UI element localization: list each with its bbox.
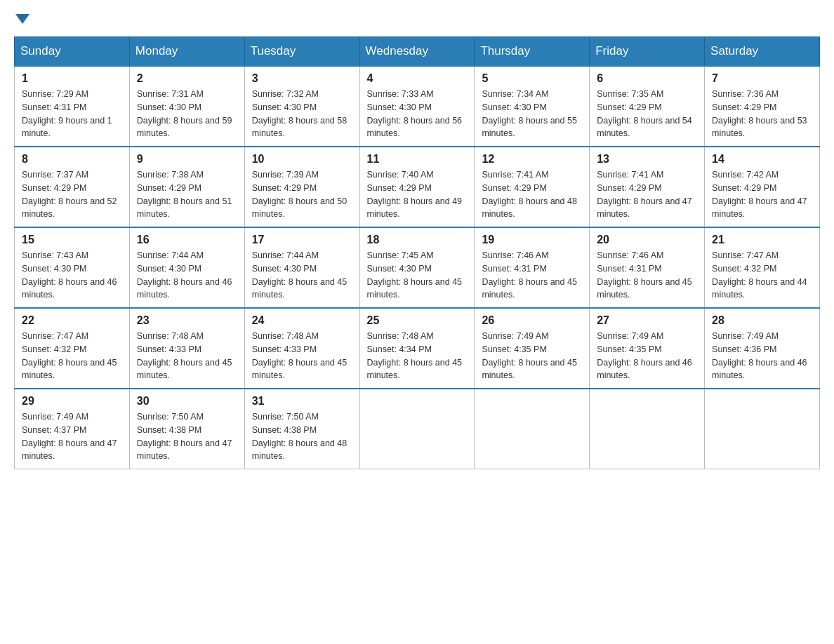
day-number: 18 bbox=[367, 234, 468, 246]
daylight-label: Daylight: 8 hours and 45 minutes. bbox=[137, 358, 232, 381]
day-info: Sunrise: 7:47 AM Sunset: 4:32 PM Dayligh… bbox=[22, 330, 122, 382]
sunrise-label: Sunrise: 7:48 AM bbox=[367, 331, 434, 341]
sunrise-label: Sunrise: 7:39 AM bbox=[252, 170, 319, 180]
sunrise-label: Sunrise: 7:49 AM bbox=[712, 331, 779, 341]
sunrise-label: Sunrise: 7:49 AM bbox=[597, 331, 663, 341]
day-info: Sunrise: 7:50 AM Sunset: 4:38 PM Dayligh… bbox=[252, 410, 352, 463]
sunset-label: Sunset: 4:30 PM bbox=[367, 264, 432, 274]
day-info: Sunrise: 7:40 AM Sunset: 4:29 PM Dayligh… bbox=[367, 168, 468, 221]
sunset-label: Sunset: 4:30 PM bbox=[22, 264, 86, 274]
column-header-tuesday: Tuesday bbox=[244, 37, 359, 67]
calendar-cell: 5 Sunrise: 7:34 AM Sunset: 4:30 PM Dayli… bbox=[475, 66, 590, 147]
day-number: 7 bbox=[712, 72, 812, 85]
sunrise-label: Sunrise: 7:44 AM bbox=[252, 250, 319, 260]
day-info: Sunrise: 7:36 AM Sunset: 4:29 PM Dayligh… bbox=[712, 88, 812, 140]
sunrise-label: Sunrise: 7:45 AM bbox=[367, 250, 434, 260]
sunrise-label: Sunrise: 7:35 AM bbox=[597, 89, 663, 99]
sunrise-label: Sunrise: 7:29 AM bbox=[22, 89, 88, 99]
day-info: Sunrise: 7:46 AM Sunset: 4:31 PM Dayligh… bbox=[597, 249, 697, 302]
calendar-cell: 25 Sunrise: 7:48 AM Sunset: 4:34 PM Dayl… bbox=[359, 308, 475, 389]
daylight-label: Daylight: 8 hours and 48 minutes. bbox=[252, 438, 348, 462]
day-info: Sunrise: 7:49 AM Sunset: 4:36 PM Dayligh… bbox=[712, 330, 812, 382]
day-info: Sunrise: 7:46 AM Sunset: 4:31 PM Dayligh… bbox=[482, 249, 582, 302]
day-number: 1 bbox=[22, 72, 122, 85]
sunrise-label: Sunrise: 7:50 AM bbox=[137, 412, 204, 422]
sunset-label: Sunset: 4:30 PM bbox=[252, 264, 317, 274]
day-number: 31 bbox=[252, 395, 352, 408]
daylight-label: Daylight: 8 hours and 45 minutes. bbox=[482, 358, 577, 381]
sunset-label: Sunset: 4:29 PM bbox=[712, 183, 776, 193]
calendar-cell: 20 Sunrise: 7:46 AM Sunset: 4:31 PM Dayl… bbox=[590, 227, 705, 308]
week-row-5: 29 Sunrise: 7:49 AM Sunset: 4:37 PM Dayl… bbox=[15, 389, 820, 469]
day-number: 26 bbox=[482, 314, 582, 327]
sunrise-label: Sunrise: 7:38 AM bbox=[137, 170, 204, 180]
daylight-label: Daylight: 8 hours and 46 minutes. bbox=[712, 358, 807, 381]
day-info: Sunrise: 7:49 AM Sunset: 4:35 PM Dayligh… bbox=[597, 330, 697, 382]
sunset-label: Sunset: 4:37 PM bbox=[22, 425, 86, 435]
day-number: 25 bbox=[367, 314, 468, 327]
sunset-label: Sunset: 4:36 PM bbox=[712, 344, 776, 354]
daylight-label: Daylight: 8 hours and 45 minutes. bbox=[367, 358, 463, 381]
calendar-cell bbox=[705, 389, 820, 469]
day-number: 2 bbox=[137, 72, 237, 85]
calendar-cell: 19 Sunrise: 7:46 AM Sunset: 4:31 PM Dayl… bbox=[475, 227, 590, 308]
sunrise-label: Sunrise: 7:44 AM bbox=[137, 250, 204, 260]
day-number: 6 bbox=[597, 72, 697, 85]
day-number: 27 bbox=[597, 314, 697, 327]
calendar-cell: 27 Sunrise: 7:49 AM Sunset: 4:35 PM Dayl… bbox=[590, 308, 705, 389]
sunset-label: Sunset: 4:38 PM bbox=[252, 425, 317, 435]
daylight-label: Daylight: 8 hours and 48 minutes. bbox=[482, 196, 577, 220]
daylight-label: Daylight: 8 hours and 47 minutes. bbox=[137, 438, 232, 462]
sunset-label: Sunset: 4:29 PM bbox=[252, 183, 317, 193]
sunrise-label: Sunrise: 7:40 AM bbox=[367, 170, 434, 180]
day-number: 12 bbox=[482, 153, 582, 166]
day-info: Sunrise: 7:48 AM Sunset: 4:33 PM Dayligh… bbox=[252, 330, 352, 382]
calendar-cell: 23 Sunrise: 7:48 AM Sunset: 4:33 PM Dayl… bbox=[129, 308, 244, 389]
daylight-label: Daylight: 8 hours and 47 minutes. bbox=[597, 196, 692, 220]
sunset-label: Sunset: 4:31 PM bbox=[22, 102, 86, 112]
day-info: Sunrise: 7:31 AM Sunset: 4:30 PM Dayligh… bbox=[137, 88, 237, 140]
sunrise-label: Sunrise: 7:47 AM bbox=[712, 250, 779, 260]
day-info: Sunrise: 7:41 AM Sunset: 4:29 PM Dayligh… bbox=[482, 168, 582, 221]
day-info: Sunrise: 7:48 AM Sunset: 4:33 PM Dayligh… bbox=[137, 330, 237, 382]
day-info: Sunrise: 7:49 AM Sunset: 4:37 PM Dayligh… bbox=[22, 410, 122, 463]
calendar-cell: 26 Sunrise: 7:49 AM Sunset: 4:35 PM Dayl… bbox=[475, 308, 590, 389]
column-header-wednesday: Wednesday bbox=[359, 37, 475, 67]
sunrise-label: Sunrise: 7:33 AM bbox=[367, 89, 434, 99]
day-number: 24 bbox=[252, 314, 352, 327]
daylight-label: Daylight: 8 hours and 46 minutes. bbox=[597, 358, 692, 381]
sunrise-label: Sunrise: 7:41 AM bbox=[597, 170, 663, 180]
sunset-label: Sunset: 4:29 PM bbox=[597, 183, 661, 193]
logo bbox=[14, 14, 31, 22]
day-number: 10 bbox=[252, 153, 352, 166]
daylight-label: Daylight: 9 hours and 1 minute. bbox=[22, 116, 112, 139]
sunset-label: Sunset: 4:32 PM bbox=[22, 344, 86, 354]
sunrise-label: Sunrise: 7:49 AM bbox=[22, 412, 88, 422]
daylight-label: Daylight: 8 hours and 45 minutes. bbox=[482, 277, 577, 300]
day-number: 21 bbox=[712, 234, 812, 246]
day-info: Sunrise: 7:44 AM Sunset: 4:30 PM Dayligh… bbox=[137, 249, 237, 302]
column-header-friday: Friday bbox=[590, 37, 705, 67]
day-number: 3 bbox=[252, 72, 352, 85]
daylight-label: Daylight: 8 hours and 47 minutes. bbox=[22, 438, 117, 462]
calendar-cell: 9 Sunrise: 7:38 AM Sunset: 4:29 PM Dayli… bbox=[129, 147, 244, 227]
day-number: 16 bbox=[137, 234, 237, 246]
sunset-label: Sunset: 4:30 PM bbox=[482, 102, 546, 112]
daylight-label: Daylight: 8 hours and 52 minutes. bbox=[22, 196, 117, 220]
sunrise-label: Sunrise: 7:48 AM bbox=[137, 331, 204, 341]
calendar-cell: 12 Sunrise: 7:41 AM Sunset: 4:29 PM Dayl… bbox=[475, 147, 590, 227]
day-info: Sunrise: 7:43 AM Sunset: 4:30 PM Dayligh… bbox=[22, 249, 122, 302]
day-number: 23 bbox=[137, 314, 237, 327]
day-info: Sunrise: 7:33 AM Sunset: 4:30 PM Dayligh… bbox=[367, 88, 468, 140]
week-row-4: 22 Sunrise: 7:47 AM Sunset: 4:32 PM Dayl… bbox=[15, 308, 820, 389]
day-number: 19 bbox=[482, 234, 582, 246]
calendar-table: SundayMondayTuesdayWednesdayThursdayFrid… bbox=[14, 36, 820, 469]
day-number: 11 bbox=[367, 153, 468, 166]
day-info: Sunrise: 7:45 AM Sunset: 4:30 PM Dayligh… bbox=[367, 249, 468, 302]
calendar-cell bbox=[590, 389, 705, 469]
calendar-cell: 17 Sunrise: 7:44 AM Sunset: 4:30 PM Dayl… bbox=[244, 227, 359, 308]
sunset-label: Sunset: 4:34 PM bbox=[367, 344, 432, 354]
calendar-cell: 8 Sunrise: 7:37 AM Sunset: 4:29 PM Dayli… bbox=[15, 147, 130, 227]
sunrise-label: Sunrise: 7:36 AM bbox=[712, 89, 779, 99]
day-number: 8 bbox=[22, 153, 122, 166]
